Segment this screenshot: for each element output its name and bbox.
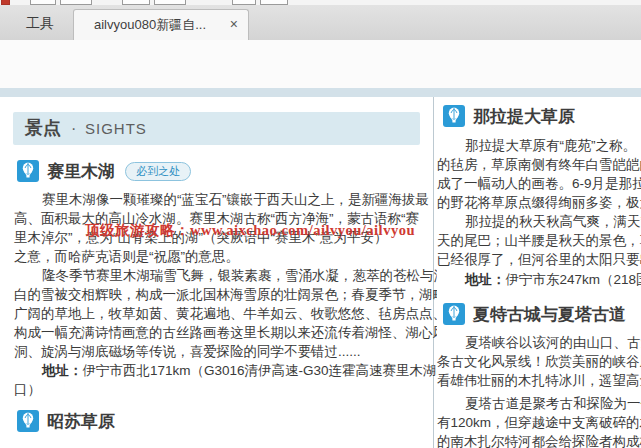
text-line: 那拉提大草原有“鹿苑”之称。: [437, 136, 641, 155]
clipped-icon: [1, 0, 10, 5]
paragraph: 夏塔峡谷以该河的由山口、古道条古文化风景线！欣赏美丽的峡谷风看雄伟壮丽的木扎特冰…: [437, 333, 641, 390]
text-line: 之意，而哈萨克语则是“祝愿”的意思。: [14, 247, 414, 266]
tab-bar: 工具 ailvyou080新疆自... ×: [0, 6, 641, 40]
article-heading: 那拉提大草原: [443, 105, 641, 129]
close-icon[interactable]: ×: [230, 10, 238, 39]
text-line: 构成一幅充满诗情画意的古丝路画卷这里长期以来还流传着湖怪、湖心风: [14, 323, 414, 342]
section-title-dot: ·: [71, 112, 76, 145]
paragraph: 那拉提大草原有“鹿苑”之称。的毡房，草原南侧有终年白雪皑皑的成了一幅动人的画卷。…: [437, 136, 641, 212]
address-text: 伊宁市东247km（218国: [506, 272, 641, 287]
article-title: 夏特古城与夏塔古道: [473, 303, 626, 327]
address-line: 口）: [14, 380, 414, 399]
clipped-icon: [60, 0, 92, 5]
clipped-icon: [122, 0, 150, 5]
pdf-page-left: 景点 · SIGHTS 赛里木湖 必到之处 赛里木湖像一颗璀璨的“蓝: [0, 97, 433, 448]
article-title: 昭苏草原: [47, 410, 115, 434]
text-line: 看雄伟壮丽的木扎特冰川，遥望高耸: [437, 371, 641, 390]
paragraph: 隆冬季节赛里木湖瑞雪飞舞，银装素裹，雪涌水凝，葱萃的苍松与洁白的雪被交相辉映，构…: [14, 266, 414, 361]
address-block: 地址：伊宁市西北171km（G3016清伊高速-G30连霍高速赛里木湖出 口）: [14, 361, 414, 399]
paragraph: 那拉提的秋天秋高气爽，满天繁天的尾巴；山半腰是秋天的景色，草已经很厚了，但河谷里…: [437, 212, 641, 269]
main-toolbar: /19: [0, 40, 641, 88]
document-viewer[interactable]: 景点 · SIGHTS 赛里木湖 必到之处 赛里木湖像一颗璀璨的“蓝: [0, 88, 641, 448]
paragraph: 夏塔古道是聚考古和探险为一体有120km，但穿越途中支离破碎的木的南木扎尔特河都…: [437, 394, 641, 448]
pdf-page-right: 那拉提大草原 那拉提大草原有“鹿苑”之称。的毡房，草原南侧有终年白雪皑皑的成了一…: [437, 97, 641, 448]
text-line: 的南木扎尔特河都会给探险者构成极: [437, 432, 641, 448]
text-line: 洞、旋涡与湖底磁场等传说，喜爱探险的同学不要错过......: [14, 342, 414, 361]
text-line: 条古文化风景线！欣赏美丽的峡谷风: [437, 352, 641, 371]
text-line: 的毡房，草原南侧有终年白雪皑皑的: [437, 155, 641, 174]
address-label: 地址：: [42, 363, 83, 378]
text-line: 夏塔峡谷以该河的由山口、古道: [437, 333, 641, 352]
text-line: 隆冬季节赛里木湖瑞雪飞舞，银装素裹，雪涌水凝，葱萃的苍松与洁: [14, 266, 414, 285]
section-header: 景点 · SIGHTS: [13, 112, 420, 145]
balloon-icon: [443, 303, 465, 325]
text-line: 那拉提的秋天秋高气爽，满天繁: [437, 212, 641, 231]
address-line: 地址：伊宁市西北171km（G3016清伊高速-G30连霍高速赛里木湖出: [14, 361, 414, 380]
balloon-icon: [443, 105, 465, 127]
balloon-icon: [17, 160, 39, 182]
text-line: 的野花将草原点缀得绚丽多姿，极为: [437, 193, 641, 212]
tab-document-active[interactable]: ailvyou080新疆自... ×: [73, 9, 249, 40]
article-title: 那拉提大草原: [473, 105, 575, 129]
text-line: 天的尾巴；山半腰是秋天的景色，草: [437, 231, 641, 250]
must-visit-badge: 必到之处: [125, 162, 191, 181]
text-line: 白的雪被交相辉映，构成一派北国林海雪原的壮阔景色；春夏季节，湖畔: [14, 285, 414, 304]
tab-document-label: ailvyou080新疆自...: [94, 10, 206, 39]
article-heading: 赛里木湖 必到之处: [17, 160, 417, 184]
viewer-background: [0, 88, 641, 97]
balloon-icon: [17, 410, 39, 432]
pdf-reader-window: 工具 ailvyou080新疆自... ×: [0, 0, 641, 448]
text-line: 夏塔古道是聚考古和探险为一体: [437, 394, 641, 413]
address-label: 地址：: [465, 272, 506, 287]
section-title-en: SIGHTS: [85, 112, 147, 145]
article-heading: 昭苏草原: [17, 410, 417, 434]
text-line: 已经很厚了，但河谷里的太阳只要出: [437, 250, 641, 269]
clipped-icon: [154, 0, 186, 5]
text-line: 成了一幅动人的画卷。6-9月是那拉: [437, 174, 641, 193]
address-line: 地址：伊宁市东247km（218国: [437, 270, 641, 289]
clipped-icon: [232, 0, 256, 5]
text-line: 赛里木湖像一颗璀璨的“蓝宝石”镶嵌于西天山之上，是新疆海拔最: [14, 190, 414, 209]
clipped-icon: [30, 0, 56, 5]
clipped-icon: [260, 0, 288, 5]
tab-tools[interactable]: 工具: [8, 6, 72, 40]
address-block: 地址：伊宁市东247km（218国: [437, 270, 641, 289]
address-text: 伊宁市西北171km（G3016清伊高速-G30连霍高速赛里木湖出: [83, 363, 451, 378]
section-title-cn: 景点: [25, 112, 61, 145]
watermark-text: 顶级旅游攻略：www.aixchao.com/ailvyou/ailvyou: [85, 222, 415, 238]
article-title: 赛里木湖: [47, 160, 115, 184]
article-heading: 夏特古城与夏塔古道: [443, 303, 641, 327]
text-line: 有120km，但穿越途中支离破碎的木: [437, 413, 641, 432]
text-line: 广阔的草地上，牧草如茵、黄花遍地、牛羊如云、牧歌悠悠、毡房点点、: [14, 304, 414, 323]
